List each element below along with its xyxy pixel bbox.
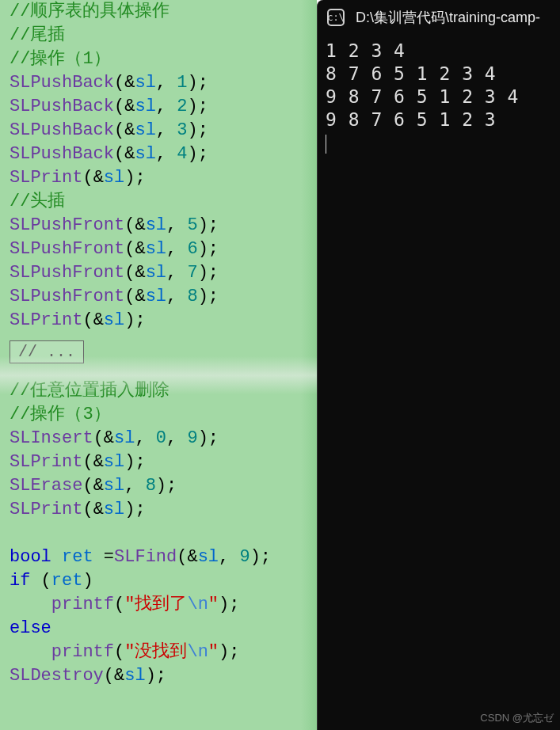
- terminal-pane[interactable]: c:\ D:\集训营代码\training-camp- 1 2 3 48 7 6…: [317, 0, 560, 730]
- code-line[interactable]: SLErase(&sl, 8);: [10, 474, 307, 498]
- code-line[interactable]: //顺序表的具体操作: [10, 0, 307, 24]
- code-line[interactable]: printf("没找到\n");: [10, 641, 307, 664]
- code-line[interactable]: //操作（3）: [10, 403, 307, 427]
- code-line[interactable]: SLDestroy(&sl);: [10, 664, 307, 688]
- terminal-output-line: 1 2 3 4: [326, 40, 552, 63]
- code-line[interactable]: SLPushBack(&sl, 1);: [10, 71, 307, 95]
- cursor-icon: [326, 135, 326, 154]
- terminal-output: 1 2 3 48 7 6 5 1 2 3 49 8 7 6 5 1 2 3 49…: [318, 38, 560, 156]
- code-editor-pane[interactable]: //顺序表的具体操作//尾插//操作（1）SLPushBack(&sl, 1);…: [0, 0, 317, 730]
- code-line[interactable]: if (ret): [10, 569, 307, 593]
- code-line-blank: [10, 522, 307, 546]
- code-line[interactable]: SLPushBack(&sl, 3);: [10, 119, 307, 143]
- code-line[interactable]: else: [10, 617, 307, 641]
- code-line[interactable]: SLPrint(&sl);: [10, 498, 307, 522]
- code-line[interactable]: SLPrint(&sl);: [10, 451, 307, 474]
- code-line[interactable]: //任意位置插入删除: [10, 379, 307, 403]
- code-line[interactable]: //头插: [10, 190, 307, 214]
- code-line[interactable]: SLPushFront(&sl, 6);: [10, 238, 307, 261]
- code-line[interactable]: bool ret =SLFind(&sl, 9);: [10, 546, 307, 569]
- terminal-titlebar: c:\ D:\集训营代码\training-camp-: [318, 0, 560, 38]
- code-line[interactable]: SLPushFront(&sl, 8);: [10, 285, 307, 309]
- terminal-output-line: 9 8 7 6 5 1 2 3: [326, 108, 552, 131]
- terminal-title: D:\集训营代码\training-camp-: [356, 8, 540, 27]
- code-line[interactable]: //尾插: [10, 24, 307, 48]
- code-container: //顺序表的具体操作//尾插//操作（1）SLPushBack(&sl, 1);…: [10, 0, 307, 688]
- terminal-output-line: 9 8 7 6 5 1 2 3 4: [326, 86, 552, 108]
- terminal-output-line: 8 7 6 5 1 2 3 4: [326, 63, 552, 86]
- terminal-cursor-line: [326, 131, 552, 154]
- code-line[interactable]: SLPrint(&sl);: [10, 309, 307, 333]
- code-line[interactable]: SLPushFront(&sl, 5);: [10, 214, 307, 238]
- watermark: CSDN @尤忘ゼ: [480, 711, 554, 725]
- code-line[interactable]: //操作（1）: [10, 48, 307, 71]
- code-line[interactable]: SLPushBack(&sl, 2);: [10, 95, 307, 119]
- code-line[interactable]: SLPushFront(&sl, 7);: [10, 261, 307, 285]
- fold-indicator[interactable]: // ...: [10, 340, 84, 363]
- cmd-icon: c:\: [327, 9, 345, 26]
- code-line[interactable]: SLPushBack(&sl, 4);: [10, 143, 307, 166]
- code-line[interactable]: SLPrint(&sl);: [10, 166, 307, 190]
- code-line[interactable]: printf("找到了\n");: [10, 593, 307, 617]
- code-line[interactable]: SLInsert(&sl, 0, 9);: [10, 427, 307, 451]
